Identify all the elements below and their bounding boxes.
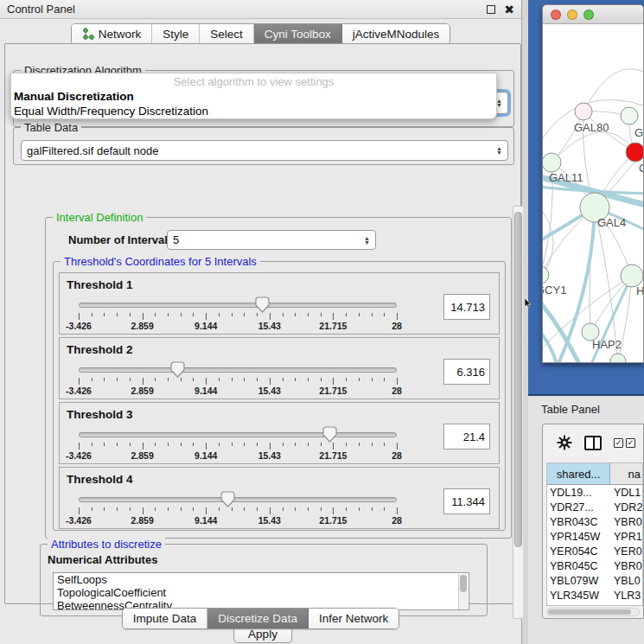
network-node-label: HAP2 [592, 338, 622, 351]
tick-label: -3.426 [66, 321, 92, 331]
table-row[interactable]: YDR27...YDR2 [547, 500, 642, 514]
checkbox-icon[interactable]: ✓ [626, 438, 635, 448]
shared-name-cell: YPR145W [547, 531, 610, 543]
tab-label: Style [163, 28, 188, 41]
slider-track[interactable] [79, 497, 397, 502]
tab-label: jActiveMNodules [353, 28, 440, 41]
table-row[interactable]: YPR145WYPR1 [547, 529, 642, 544]
table-row[interactable]: YER054CYER0 [547, 544, 642, 558]
network-node-partial[interactable] [610, 354, 626, 363]
table-row[interactable]: YBL079WYBL0 [547, 573, 642, 588]
shared-name-cell: YDL19... [547, 487, 610, 499]
threshold-slider[interactable]: -3.4262.8599.14415.4321.71528 [79, 429, 397, 462]
table-data-combobox[interactable]: galFiltered.sif default node ▲▼ [21, 140, 508, 161]
threshold-slider[interactable]: -3.4262.8599.14415.4321.71528 [79, 494, 397, 526]
list-scrollbar[interactable] [458, 574, 468, 610]
interval-definition-group-title: Interval Definition [53, 211, 146, 224]
slider-thumb-icon[interactable] [220, 491, 235, 507]
bottom-tab-strip: Impute DataDiscretize DataInfer Network [0, 608, 521, 629]
column-header-name[interactable]: na [610, 463, 642, 484]
slider-thumb-icon[interactable] [322, 426, 337, 443]
threshold-label: Threshold 3 [67, 408, 133, 421]
table-data-group-title: Table Data [21, 121, 81, 134]
table-data-selected-value: galFiltered.sif default node [27, 144, 491, 157]
network-tree-icon [82, 28, 94, 41]
network-edge [583, 69, 644, 112]
table-row[interactable]: YIL052CYIL0 [547, 603, 642, 606]
threshold-label: Threshold 1 [67, 278, 133, 291]
table-panel-dock: Table Panel ✓ [528, 394, 644, 644]
tick-label: -3.426 [66, 386, 92, 396]
attribute-list-item[interactable]: SelfLoops [54, 573, 469, 586]
slider-tick-labels: -3.4262.8599.14415.4321.71528 [79, 450, 397, 461]
dropdown-placeholder-option[interactable]: Select algorithm to view settings [11, 75, 496, 90]
tab-infer-network[interactable]: Infer Network [309, 609, 399, 628]
minimize-traffic-light-icon[interactable] [567, 10, 577, 20]
column-header-shared-name[interactable]: shared... [547, 463, 610, 484]
network-node-gal80[interactable] [575, 103, 592, 120]
close-traffic-light-icon[interactable] [551, 10, 561, 20]
close-icon[interactable]: ✖ [504, 5, 514, 14]
network-view-window: GAL80GACGAL11GAL4GCY1HHAP2 [542, 4, 644, 363]
network-node-ga[interactable] [621, 107, 638, 124]
tab-network[interactable]: Network [72, 24, 153, 44]
slider-ticks [79, 507, 397, 514]
combobox-stepper-icon[interactable]: ▲▼ [491, 146, 502, 155]
slider-thumb-icon[interactable] [170, 361, 185, 378]
threshold-value-field[interactable]: 14.713 [443, 294, 490, 320]
network-node-label: GAL4 [597, 216, 626, 229]
tick-label: 28 [392, 515, 402, 526]
network-node-gcy1[interactable] [543, 266, 549, 284]
table-row[interactable]: YLR345WYLR3 [547, 588, 642, 603]
table-horizontal-scrollbar[interactable] [546, 608, 640, 616]
tab-cyni-toolbox[interactable]: Cyni Toolbox [254, 24, 342, 44]
tick-label: 28 [392, 386, 402, 396]
dropdown-option-manual-discretization[interactable]: Manual Discretization [11, 90, 496, 105]
network-node-c[interactable] [626, 143, 644, 162]
threshold-value-field[interactable]: 6.316 [443, 359, 490, 385]
tick-label: 2.859 [131, 450, 153, 461]
tick-label: 21.715 [319, 515, 347, 526]
tab-select[interactable]: Select [200, 24, 254, 44]
node-attribute-table[interactable]: shared... na YDL19...YDL1YDR27...YDR2YBR… [546, 462, 643, 606]
attribute-list-item[interactable]: TopologicalCoefficient [54, 586, 469, 599]
shared-name-cell: YBR043C [547, 516, 610, 528]
network-node-label: C [639, 162, 644, 175]
slider-track[interactable] [79, 303, 397, 308]
tab-style[interactable]: Style [152, 24, 200, 44]
gear-icon[interactable] [557, 435, 572, 450]
table-panel-title: Table Panel [528, 396, 644, 416]
numerical-attributes-list[interactable]: SelfLoopsTopologicalCoefficientBetweenne… [53, 572, 469, 610]
name-cell: YBL0 [610, 575, 642, 587]
network-canvas[interactable]: GAL80GACGAL11GAL4GCY1HHAP2 [543, 24, 644, 363]
table-row[interactable]: YBR043CYBR0 [547, 514, 642, 529]
slider-track[interactable] [79, 432, 397, 437]
number-of-intervals-combobox[interactable]: 5 ▲▼ [167, 230, 376, 250]
tab-jactivemnodules[interactable]: jActiveMNodules [342, 24, 450, 44]
slider-thumb-icon[interactable] [255, 296, 270, 313]
checkbox-icon[interactable]: ✓ [614, 438, 623, 448]
dropdown-option-equal-width-frequency[interactable]: Equal Width/Frequency Discretization [11, 105, 496, 119]
threshold-slider[interactable]: -3.4262.8599.14415.4321.71528 [79, 299, 397, 332]
control-panel-titlebar: Control Panel ✖ [0, 0, 521, 19]
tab-discretize-data[interactable]: Discretize Data [207, 609, 309, 628]
tab-impute-data[interactable]: Impute Data [123, 609, 208, 628]
threshold-slider[interactable]: -3.4262.8599.14415.4321.71528 [79, 364, 397, 397]
table-row[interactable]: YDL19...YDL1 [547, 485, 642, 500]
zoom-traffic-light-icon[interactable] [583, 10, 594, 20]
combobox-stepper-icon[interactable]: ▲▼ [359, 236, 370, 245]
network-node-gal11[interactable] [543, 153, 561, 172]
slider-track[interactable] [79, 367, 397, 373]
tick-label: 9.144 [194, 321, 217, 331]
attributes-group: Attributes to discretize Numerical Attri… [40, 544, 488, 616]
network-node-label: GA [634, 126, 644, 139]
number-of-intervals-value: 5 [173, 233, 359, 246]
tick-label: 21.715 [319, 386, 347, 396]
column-layout-icon[interactable] [584, 436, 602, 450]
float-window-icon[interactable] [487, 5, 495, 14]
threshold-value-field[interactable]: 11.344 [443, 488, 490, 514]
tick-label: 28 [392, 450, 402, 461]
threshold-value-field[interactable]: 21.4 [443, 424, 490, 450]
table-row[interactable]: YBR045CYBR0 [547, 558, 642, 573]
slider-tick-labels: -3.4262.8599.14415.4321.71528 [79, 515, 397, 526]
